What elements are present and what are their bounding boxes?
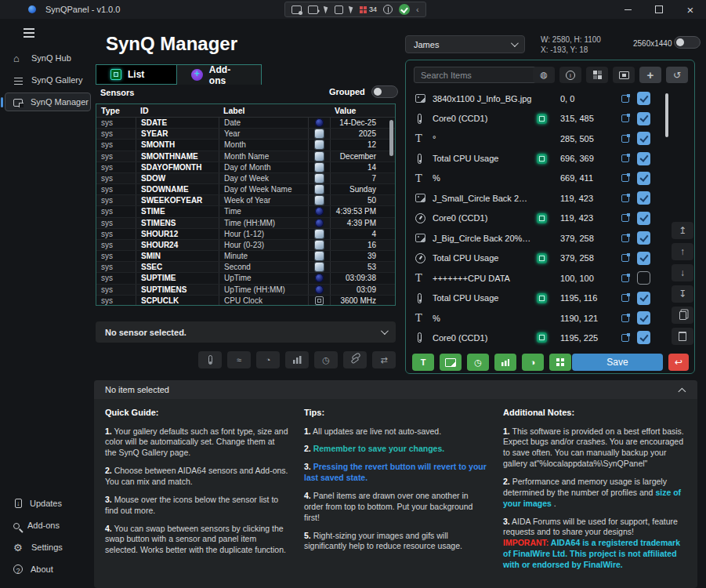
- close-button[interactable]: [675, 0, 706, 19]
- panel-item-row[interactable]: Core0 (CCD1) 315, 485: [406, 108, 696, 128]
- sidebar-item-addons[interactable]: Add-ons: [5, 516, 91, 535]
- table-scrollbar[interactable]: [389, 120, 393, 156]
- pie-chart-button[interactable]: [256, 351, 280, 368]
- panel-item-row[interactable]: Total CPU Usage 379, 258: [406, 249, 696, 268]
- maximize-button[interactable]: [643, 0, 675, 19]
- selected-item-bar[interactable]: No item selected: [94, 380, 697, 399]
- sidebar-item-updates[interactable]: Updates: [5, 494, 91, 513]
- move-to-bottom-button[interactable]: [672, 285, 693, 303]
- link-button[interactable]: [343, 351, 367, 368]
- move-mode-button[interactable]: [639, 67, 661, 83]
- table-row[interactable]: sys SMONTH Month 12: [96, 140, 395, 151]
- item-visible-checkbox[interactable]: [637, 191, 650, 205]
- sensor-select-dropdown[interactable]: No sensor selected.: [96, 321, 396, 343]
- snap-icon[interactable]: [621, 294, 629, 302]
- tab-list[interactable]: List: [96, 64, 177, 85]
- snap-icon[interactable]: [621, 194, 629, 202]
- table-row[interactable]: sys SUPTIMENS UpTime (HH:MM) 03:09: [96, 285, 395, 296]
- camera-icon[interactable]: [308, 5, 318, 14]
- search-input[interactable]: [414, 67, 539, 83]
- hamburger-menu-icon[interactable]: [24, 28, 34, 30]
- snap-icon[interactable]: [621, 234, 629, 242]
- thermometer-button[interactable]: [198, 351, 222, 368]
- revert-button[interactable]: [668, 354, 689, 371]
- item-visible-checkbox[interactable]: [637, 112, 650, 125]
- table-row[interactable]: sys STIMENS Time (HH:MM) 4:39 PM: [96, 218, 395, 229]
- panel-item-row[interactable]: Core0 (CCD1) 1195, 225: [406, 328, 696, 347]
- panel-item-row[interactable]: ° 285, 505: [406, 129, 696, 148]
- panel-item-row[interactable]: Total CPU Usage 1195, 116: [406, 288, 696, 307]
- item-visible-checkbox[interactable]: [637, 271, 650, 285]
- item-visible-checkbox[interactable]: [637, 231, 650, 245]
- sidebar-item-settings[interactable]: Settings: [5, 538, 91, 557]
- table-row[interactable]: sys SDATE Date 14-Dec-25: [96, 118, 395, 129]
- add-grid-button[interactable]: [549, 354, 571, 371]
- item-visible-checkbox[interactable]: [637, 172, 650, 185]
- window-capture-icon[interactable]: [335, 5, 343, 14]
- table-row[interactable]: sys SHOUR12 Hour (1-12) 4: [96, 229, 395, 240]
- table-row[interactable]: sys SHOUR24 Hour (0-23) 16: [96, 240, 395, 251]
- collapse-overlay-chevron[interactable]: [416, 5, 419, 14]
- item-list-scrollbar[interactable]: [665, 93, 668, 137]
- minimize-button[interactable]: [612, 0, 643, 19]
- table-row[interactable]: sys SMONTHNAME Month Name December: [96, 151, 395, 162]
- move-down-button[interactable]: [672, 264, 693, 281]
- chevron-up-icon[interactable]: [678, 387, 686, 395]
- table-row[interactable]: sys SDAYOFMONTH Day of Month 14: [96, 162, 395, 173]
- snap-icon[interactable]: [621, 334, 629, 342]
- snap-icon[interactable]: [621, 314, 629, 322]
- table-row[interactable]: sys STIME Time 4:39:53 PM: [96, 206, 395, 217]
- snap-icon[interactable]: [621, 254, 629, 262]
- table-row[interactable]: sys SDOW Day of Week 7: [96, 173, 395, 184]
- add-shape-button[interactable]: [522, 354, 544, 371]
- panel-item-row[interactable]: Core0 (CCD1) 119, 423: [406, 209, 696, 228]
- snap-icon[interactable]: [621, 214, 629, 222]
- table-row[interactable]: sys SCPUCLK CPU Clock 3600 MHz: [96, 296, 395, 306]
- snap-icon[interactable]: [621, 274, 629, 282]
- table-row[interactable]: sys SYEAR Year 2025: [96, 129, 395, 140]
- sidebar-item-about[interactable]: About: [5, 560, 91, 579]
- snap-icon[interactable]: [621, 174, 629, 182]
- add-image-button[interactable]: [440, 354, 462, 371]
- info-button[interactable]: [559, 67, 581, 83]
- preview-button[interactable]: [533, 67, 555, 83]
- snap-icon[interactable]: [621, 135, 629, 143]
- move-to-top-button[interactable]: [672, 222, 693, 239]
- table-row[interactable]: sys SDOWNAME Day of Week Name Sunday: [96, 184, 395, 195]
- cursor-capture-icon[interactable]: [324, 5, 329, 14]
- table-row[interactable]: sys SSEC Second 53: [96, 262, 395, 273]
- move-up-button[interactable]: [672, 243, 693, 260]
- tab-addons[interactable]: Add-ons: [177, 64, 262, 85]
- rotate-button[interactable]: [666, 67, 688, 83]
- panel-item-row[interactable]: +++++++CPU DATA 100, 100: [406, 268, 696, 288]
- item-visible-checkbox[interactable]: [637, 292, 650, 305]
- panel-item-row[interactable]: J_Small_Circle Back 20%.png 119, 423: [406, 188, 696, 208]
- display-settings-icon[interactable]: [291, 5, 302, 14]
- item-visible-checkbox[interactable]: [637, 212, 650, 225]
- frame-button[interactable]: [613, 67, 635, 83]
- duplicate-button[interactable]: [672, 307, 693, 324]
- table-row[interactable]: sys SWEEKOFYEAR Week of Year 50: [96, 195, 395, 206]
- panel-item-row[interactable]: J_Big_Circle Back 20%.png 379, 258: [406, 228, 696, 248]
- panel-item-row[interactable]: % 1190, 121: [406, 308, 696, 328]
- add-clock-button[interactable]: [467, 354, 489, 371]
- table-row[interactable]: sys SMIN Minute 39: [96, 251, 395, 262]
- swap-button[interactable]: [372, 351, 396, 368]
- add-graph-button[interactable]: [494, 354, 516, 371]
- grouped-toggle[interactable]: [371, 85, 398, 98]
- sidebar-item-synq-hub[interactable]: SynQ Hub: [5, 49, 91, 67]
- sidebar-item-synq-manager[interactable]: SynQ Manager: [5, 93, 91, 111]
- item-visible-checkbox[interactable]: [637, 92, 650, 105]
- snap-icon[interactable]: [621, 95, 629, 103]
- line-graph-button[interactable]: [227, 351, 251, 368]
- item-visible-checkbox[interactable]: [637, 132, 650, 145]
- gauge-button[interactable]: [314, 351, 338, 368]
- panel-item-row[interactable]: 3840x1100 J_Info_BG.jpg 0, 0: [406, 89, 696, 108]
- panel-item-row[interactable]: % 669, 411: [406, 169, 696, 188]
- delete-button[interactable]: [672, 328, 693, 345]
- transparency-button[interactable]: [586, 67, 608, 83]
- region-capture-icon[interactable]: [349, 5, 354, 14]
- snap-icon[interactable]: [621, 114, 629, 122]
- save-button[interactable]: Save: [572, 354, 663, 371]
- performance-icon[interactable]: [383, 5, 393, 14]
